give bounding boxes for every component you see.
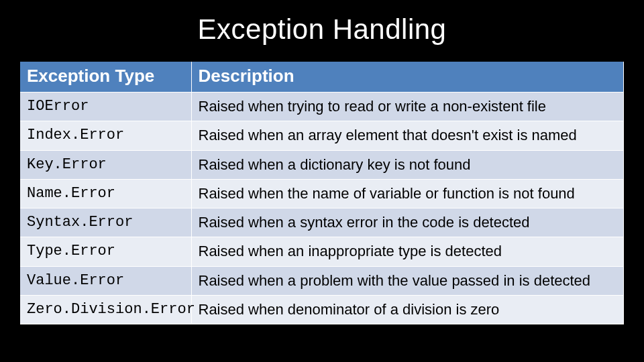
cell-exception-type: Index.Error bbox=[20, 121, 191, 150]
cell-description: Raised when a syntax error in the code i… bbox=[191, 208, 624, 237]
table-row: Zero.Division.Error Raised when denomina… bbox=[20, 296, 624, 324]
cell-description: Raised when an inappropriate type is det… bbox=[191, 237, 624, 266]
cell-description: Raised when the name of variable or func… bbox=[191, 179, 624, 208]
exception-table: Exception Type Description IOError Raise… bbox=[20, 62, 624, 324]
slide-title: Exception Handling bbox=[0, 0, 644, 52]
table-header-row: Exception Type Description bbox=[20, 62, 624, 93]
cell-exception-type: Syntax.Error bbox=[20, 208, 191, 237]
slide: Exception Handling Exception Type Descri… bbox=[0, 0, 644, 362]
header-description: Description bbox=[191, 62, 624, 93]
cell-description: Raised when denominator of a division is… bbox=[191, 296, 624, 324]
cell-exception-type: Type.Error bbox=[20, 237, 191, 266]
table-row: Value.Error Raised when a problem with t… bbox=[20, 266, 624, 295]
cell-description: Raised when a dictionary key is not foun… bbox=[191, 150, 624, 179]
header-exception-type: Exception Type bbox=[20, 62, 191, 93]
table-row: IOError Raised when trying to read or wr… bbox=[20, 93, 624, 121]
cell-exception-type: Zero.Division.Error bbox=[20, 296, 191, 324]
cell-description: Raised when an array element that doesn'… bbox=[191, 121, 624, 150]
cell-exception-type: Key.Error bbox=[20, 150, 191, 179]
table-row: Key.Error Raised when a dictionary key i… bbox=[20, 150, 624, 179]
cell-description: Raised when trying to read or write a no… bbox=[191, 93, 624, 121]
cell-description: Raised when a problem with the value pas… bbox=[191, 266, 624, 295]
table-row: Index.Error Raised when an array element… bbox=[20, 121, 624, 150]
cell-exception-type: IOError bbox=[20, 93, 191, 121]
exception-table-wrap: Exception Type Description IOError Raise… bbox=[20, 62, 624, 324]
cell-exception-type: Value.Error bbox=[20, 266, 191, 295]
table-row: Type.Error Raised when an inappropriate … bbox=[20, 237, 624, 266]
cell-exception-type: Name.Error bbox=[20, 179, 191, 208]
table-row: Name.Error Raised when the name of varia… bbox=[20, 179, 624, 208]
table-row: Syntax.Error Raised when a syntax error … bbox=[20, 208, 624, 237]
